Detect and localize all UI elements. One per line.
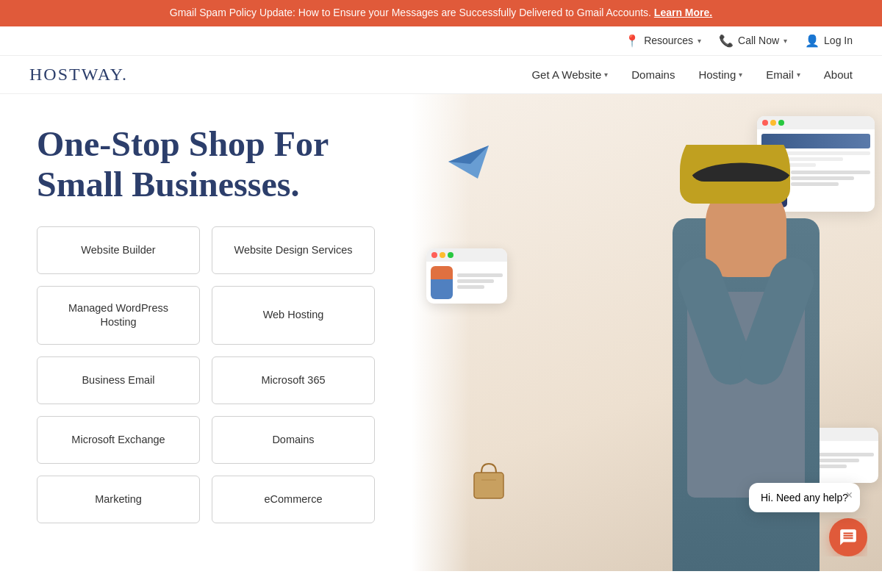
mockup-mid-titlebar	[426, 248, 507, 262]
resources-chevron-icon: ▾	[698, 37, 701, 45]
dot-red-2-icon	[431, 252, 437, 258]
service-website-design[interactable]: Website Design Services	[212, 226, 375, 274]
nav-about[interactable]: About	[824, 68, 853, 81]
service-marketing[interactable]: Marketing	[37, 476, 200, 523]
person-avatar-icon	[431, 266, 453, 299]
chat-bubble: Hi. Need any help? ×	[749, 483, 860, 512]
call-now-chevron-icon: ▾	[784, 37, 787, 45]
svg-rect-2	[474, 473, 503, 498]
service-microsoft-exchange[interactable]: Microsoft Exchange	[37, 416, 200, 464]
user-icon: 👤	[805, 34, 820, 48]
dot-red-icon	[762, 120, 768, 126]
person-card	[426, 262, 507, 304]
service-ecommerce[interactable]: eCommerce	[212, 476, 375, 523]
phone-icon: 📞	[719, 34, 734, 48]
nav-domains[interactable]: Domains	[631, 68, 675, 81]
dot-yellow-2-icon	[440, 252, 445, 258]
dot-green-icon	[778, 120, 784, 126]
service-microsoft-365[interactable]: Microsoft 365	[212, 356, 375, 404]
login-label: Log In	[824, 35, 853, 46]
dot-green-2-icon	[448, 252, 453, 258]
hero-section: One-Stop Shop For Small Businesses. Webs…	[0, 94, 882, 571]
chat-bubble-text: Hi. Need any help?	[761, 492, 848, 503]
main-nav-links: Get A Website ▾ Domains Hosting ▾ Email …	[531, 68, 853, 81]
hosting-chevron-icon: ▾	[739, 71, 742, 79]
nav-get-a-website[interactable]: Get A Website ▾	[531, 68, 608, 81]
banner-text: Gmail Spam Policy Update: How to Ensure …	[170, 7, 651, 18]
person-lines	[457, 273, 503, 291]
resources-label: Resources	[644, 35, 693, 46]
service-website-builder[interactable]: Website Builder	[37, 226, 200, 274]
chat-open-button[interactable]	[829, 518, 867, 556]
banner-link[interactable]: Learn More.	[654, 7, 712, 18]
get-a-website-chevron-icon: ▾	[604, 71, 608, 79]
nav-email[interactable]: Email ▾	[766, 68, 800, 81]
ui-mockup-mid-left	[426, 248, 507, 304]
location-icon: 📍	[625, 34, 639, 48]
email-chevron-icon: ▾	[797, 71, 800, 79]
hero-title: One-Stop Shop For Small Businesses.	[37, 123, 375, 204]
dot-yellow-icon	[770, 120, 776, 126]
service-domains[interactable]: Domains	[212, 416, 375, 464]
resources-nav-item[interactable]: 📍 Resources ▾	[625, 34, 701, 48]
hero-right: Hi. Need any help? ×	[412, 94, 882, 571]
call-now-nav-item[interactable]: 📞 Call Now ▾	[719, 34, 787, 48]
paper-plane-icon	[448, 146, 489, 182]
service-grid: Website Builder Website Design Services …	[37, 226, 375, 523]
service-managed-wordpress[interactable]: Managed WordPress Hosting	[37, 286, 200, 345]
nav-hosting[interactable]: Hosting ▾	[698, 68, 742, 81]
top-banner: Gmail Spam Policy Update: How to Ensure …	[0, 0, 882, 26]
shopping-bag-icon	[470, 458, 507, 505]
mockup-titlebar	[757, 116, 875, 129]
chat-icon	[839, 528, 858, 547]
chat-close-button[interactable]: ×	[846, 489, 853, 502]
chat-widget: Hi. Need any help? ×	[756, 483, 867, 556]
hero-left: One-Stop Shop For Small Businesses. Webs…	[0, 94, 412, 571]
service-business-email[interactable]: Business Email	[37, 356, 200, 404]
login-nav-item[interactable]: 👤 Log In	[805, 34, 853, 48]
main-nav: HOSTWAY. Get A Website ▾ Domains Hosting…	[0, 56, 882, 94]
secondary-nav: 📍 Resources ▾ 📞 Call Now ▾ 👤 Log In	[0, 26, 882, 56]
service-web-hosting[interactable]: Web Hosting	[212, 286, 375, 345]
logo: HOSTWAY.	[29, 65, 128, 85]
call-now-label: Call Now	[738, 35, 779, 46]
